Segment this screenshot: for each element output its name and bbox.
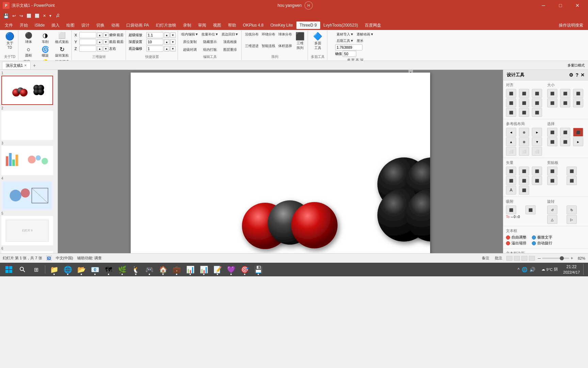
guide-btn2[interactable]: ⊕ [519,128,529,137]
btn-group-edit[interactable]: 组内编辑▼ [180,31,200,39]
vector-btn4[interactable]: ⬛ [506,176,516,185]
menu-design[interactable]: 设计 [78,21,93,30]
x-down-btn[interactable]: ▼ [103,32,109,38]
rotate-btn1[interactable]: ↺ [547,205,557,214]
menu-islide[interactable]: iSlide [31,21,48,29]
btn-volume-select[interactable]: 体积选择 [277,43,293,54]
x-input[interactable] [79,32,96,38]
btn-quick-inc[interactable]: 快捷增减 [54,59,70,61]
z-down-btn[interactable]: ▼ [103,46,109,51]
btn-3d-array[interactable]: ⬛ 三维 阵列 [294,31,306,54]
taskbar-excel[interactable]: 📊 [184,263,196,276]
checkbox-overflow[interactable] [506,241,510,245]
depth-input[interactable] [146,39,163,45]
guide-btn4[interactable]: ▲ [506,137,516,146]
zoom-out-btn[interactable]: ─ [538,256,541,261]
btn-3d-advance[interactable]: 三维进进 [244,43,260,54]
slide-thumb-3[interactable]: 3 [1,141,56,175]
depth-down[interactable]: ▼ [170,39,176,45]
zoom-up[interactable]: ▲ [164,32,169,38]
x-up-btn[interactable]: ▲ [97,32,102,38]
btn-lathe[interactable]: ◑车削 [37,31,53,45]
comments-btn[interactable]: 批注 [493,255,504,261]
select-btn1[interactable]: ⬛ [547,128,557,137]
rotate-btn3[interactable]: △ [547,215,557,224]
start-button[interactable] [3,263,15,276]
precision-input[interactable] [343,51,356,57]
menu-transitions[interactable]: 切换 [93,21,108,30]
clip-btn4[interactable]: ⬛ [567,176,577,185]
btn-ungroup[interactable]: 组内打散 [200,47,220,54]
align-left-top[interactable]: ⬛ [506,89,516,98]
btn-copy-pos[interactable]: 原位复制 [180,39,200,46]
checkbox-auto-newline[interactable] [532,241,536,245]
clip-btn3[interactable]: ⬛ [547,176,557,185]
depth-up[interactable]: ▲ [164,39,169,45]
vector-btn3[interactable]: ⬛ [532,167,542,175]
btn-smart-line[interactable]: 智能连线 [260,43,277,54]
slide-thumb-1[interactable]: 1 [1,71,56,105]
btn-surround[interactable]: 环绕分布 [260,31,277,43]
taskbar-app9[interactable]: 🏠 [157,263,169,276]
menu-home[interactable]: 开始 [16,21,31,30]
zoom-control[interactable]: ─ + 82% [538,256,585,261]
btn-multiface[interactable]: 🔷 多面 工具 [312,31,324,54]
taskbar-edge[interactable]: 🌐 [62,263,74,276]
btn-light[interactable]: 💡照射 [37,59,53,61]
align-right-bot[interactable]: ⬛ [532,108,542,117]
qat-redo[interactable]: ↪ [18,13,24,19]
qat-dropdown[interactable]: ▼ [48,13,53,18]
taskbar-powerpoint[interactable]: 📊 [198,263,210,276]
rotate-btn4[interactable]: ▷ [567,215,577,224]
guide-btn7[interactable]: ⬜ [506,147,516,156]
slide-thumb-4[interactable]: 4 [1,177,56,210]
btn-ring[interactable]: ○圆框 [20,45,37,59]
new-tab-btn[interactable]: + [31,62,37,68]
y-btn2[interactable]: 前后 [117,40,124,44]
qat-btn4[interactable]: ⬜ [33,13,41,19]
select-btn2[interactable]: ⬛ [560,128,570,137]
cm-input[interactable] [335,44,362,50]
menu-review[interactable]: 审阅 [195,21,210,30]
menu-view[interactable]: 视图 [210,21,225,30]
taskbar-zotero[interactable]: 🎯 [239,263,251,276]
btn-bottom-width-height[interactable]: 底 宽 高 深 [335,57,375,61]
taskbar-app6[interactable]: 🌿 [116,263,128,276]
tray-network[interactable]: 🌐 [522,267,527,272]
y-down-btn[interactable]: ▼ [103,39,109,45]
btn-along-line[interactable]: 沿线分布 [244,31,260,43]
menu-draw[interactable]: 绘图 [63,21,78,30]
btn-format[interactable]: ⬜格式复粘 [54,31,70,45]
normal-view-btn[interactable] [506,256,512,261]
zoom-thumb[interactable] [560,256,564,260]
btn-rotate-paste[interactable]: ↻旋转复粘 [54,45,70,59]
taskbar-word[interactable]: 📝 [211,263,224,276]
user-avatar[interactable]: H [305,1,313,10]
taskbar-app10[interactable]: 💼 [170,263,183,276]
size-btn6[interactable]: ⬛ [573,98,583,107]
vector-btn1[interactable]: ⬛ [506,167,516,175]
size-btn4[interactable]: ⬛ [547,98,557,107]
taskbar-explorer[interactable]: 📁 [48,263,60,276]
menu-baidu[interactable]: 百度网盘 [361,21,385,30]
btn-bottom-return[interactable]: 底边回归▼ [220,31,240,39]
align-right-top[interactable]: ⬛ [532,89,542,98]
tray-chevron[interactable]: ^ [518,267,520,272]
select-btn3[interactable]: ⬛ [573,128,583,137]
z-up-btn[interactable]: ▲ [97,46,102,51]
btn-spiral[interactable]: 🌀螺旋 [37,45,53,59]
y-input[interactable] [79,39,96,45]
zoom-percent[interactable]: 82% [574,256,585,260]
align-right-mid[interactable]: ⬛ [532,98,542,107]
align-center-bot[interactable]: ⬛ [519,108,529,117]
btn-sphere[interactable]: ⚫球体 [20,31,37,45]
show-desktop-btn[interactable] [583,264,585,275]
menu-help[interactable]: 帮助 [225,21,240,30]
menu-lvyh[interactable]: LvyhTools(200523) [320,21,361,29]
slide-thumb-6[interactable]: 6 [1,247,56,253]
doc-tab[interactable]: 演示文稿1 ✕ [2,62,31,69]
minimize-button[interactable]: ─ [536,0,551,11]
vector-btn7[interactable]: A [506,186,516,195]
clip-btn1[interactable]: ⬛ [547,167,557,175]
size-btn1[interactable]: ⬛ [547,89,557,98]
